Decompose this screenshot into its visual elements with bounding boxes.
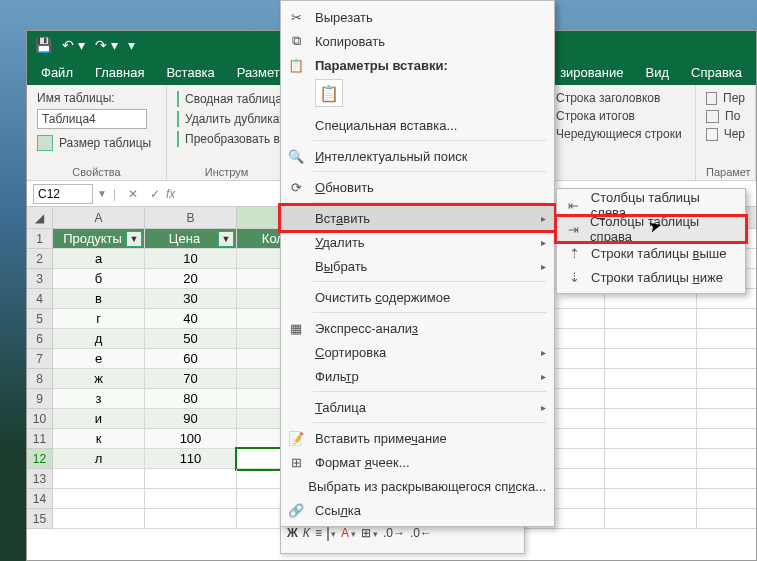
paste-option-default[interactable]: 📋 [315,79,343,107]
data-cell[interactable]: к [53,429,145,449]
data-cell[interactable]: 80 [145,389,237,409]
row-header-3[interactable]: 3 [27,269,53,289]
ctx-paste-special[interactable]: Специальная вставка... [281,113,554,137]
filter-dropdown-icon[interactable]: ▼ [218,231,234,247]
ctx-copy[interactable]: ⧉Копировать [281,29,554,53]
empty-cell[interactable] [145,509,237,529]
sub-rows-above[interactable]: ⇡Строки таблицы выше [557,241,745,265]
empty-cell[interactable] [53,469,145,489]
empty-cell[interactable] [697,349,756,369]
ctx-clear[interactable]: Очистить содержимое [281,285,554,309]
ctx-link[interactable]: 🔗Ссылка [281,498,554,522]
save-icon[interactable]: 💾 [35,37,52,53]
row-header-12[interactable]: 12 [27,449,53,469]
tab-review-cut[interactable]: зирование [560,65,623,80]
empty-cell[interactable] [605,489,697,509]
data-cell[interactable]: в [53,289,145,309]
empty-cell[interactable] [53,509,145,529]
empty-cell[interactable] [605,309,697,329]
tab-file[interactable]: Файл [41,65,73,80]
th-price[interactable]: Цена▼ [145,229,237,249]
mini-borders[interactable]: ⊞ [361,526,378,540]
col-header-A[interactable]: A [53,207,145,229]
row-header-2[interactable]: 2 [27,249,53,269]
ctx-pick-from-list[interactable]: Выбрать из раскрывающегося списка... [281,474,554,498]
empty-cell[interactable] [697,489,756,509]
empty-cell[interactable] [697,329,756,349]
data-cell[interactable]: и [53,409,145,429]
empty-cell[interactable] [697,509,756,529]
ctx-quick-analysis[interactable]: ▦Экспресс-анализ [281,316,554,340]
empty-cell[interactable] [697,389,756,409]
qat-more-icon[interactable]: ▾ [128,37,135,53]
data-cell[interactable]: г [53,309,145,329]
redo-icon[interactable]: ↷ ▾ [95,37,118,53]
mini-dec-dec[interactable]: .0← [410,526,432,540]
filter-dropdown-icon[interactable]: ▼ [126,231,142,247]
col-header-B[interactable]: B [145,207,237,229]
empty-cell[interactable] [145,469,237,489]
header-row-check[interactable]: ✓Строка заголовков [537,91,685,105]
row-header-14[interactable]: 14 [27,489,53,509]
data-cell[interactable]: з [53,389,145,409]
first-col-check[interactable]: Пер [706,91,745,105]
data-cell[interactable]: д [53,329,145,349]
tab-help[interactable]: Справка [691,65,742,80]
ctx-format-cells[interactable]: ⊞Формат ячеек... [281,450,554,474]
empty-cell[interactable] [697,409,756,429]
tab-layout-cut[interactable]: Размет [237,65,280,80]
empty-cell[interactable] [605,469,697,489]
row-header-6[interactable]: 6 [27,329,53,349]
ctx-table[interactable]: Таблица [281,395,554,419]
mini-bold[interactable]: Ж [287,526,298,540]
row-header-5[interactable]: 5 [27,309,53,329]
data-cell[interactable]: а [53,249,145,269]
ctx-comment[interactable]: 📝Вставить примечание [281,426,554,450]
mini-font-color[interactable]: A [341,526,356,540]
empty-cell[interactable] [697,429,756,449]
row-header-7[interactable]: 7 [27,349,53,369]
empty-cell[interactable] [53,489,145,509]
resize-table-button[interactable]: Размер таблицы [37,135,156,151]
data-cell[interactable]: е [53,349,145,369]
data-cell[interactable]: 10 [145,249,237,269]
banded-rows-check[interactable]: ✓Чередующиеся строки [537,127,685,141]
data-cell[interactable]: 50 [145,329,237,349]
empty-cell[interactable] [605,389,697,409]
mini-dec-inc[interactable]: .0→ [383,526,405,540]
empty-cell[interactable] [605,369,697,389]
dedupe-button[interactable]: Удалить дубликаты [177,111,276,127]
empty-cell[interactable] [697,369,756,389]
row-header-4[interactable]: 4 [27,289,53,309]
name-box-dropdown-icon[interactable]: ▼ [97,188,107,199]
empty-cell[interactable] [605,429,697,449]
ctx-sort[interactable]: Сортировка [281,340,554,364]
tab-home[interactable]: Главная [95,65,144,80]
banded-cols-check[interactable]: Чер [706,127,745,141]
data-cell[interactable]: 100 [145,429,237,449]
data-cell[interactable]: 70 [145,369,237,389]
ctx-cut[interactable]: ✂Вырезать [281,5,554,29]
data-cell[interactable]: 60 [145,349,237,369]
empty-cell[interactable] [605,409,697,429]
ctx-select[interactable]: Выбрать [281,254,554,278]
pivot-button[interactable]: Сводная таблица [177,91,276,107]
ctx-filter[interactable]: Фильтр [281,364,554,388]
th-product[interactable]: Продукты▼ [53,229,145,249]
last-col-check[interactable]: По [706,109,745,123]
ctx-smart-lookup[interactable]: 🔍Интеллектуальный поиск [281,144,554,168]
total-row-check[interactable]: Строка итогов [537,109,685,123]
row-header-8[interactable]: 8 [27,369,53,389]
mini-fill[interactable] [327,526,336,540]
data-cell[interactable]: 20 [145,269,237,289]
tab-insert[interactable]: Вставка [166,65,214,80]
tablename-input[interactable]: Таблица4 [37,109,147,129]
accept-formula-icon[interactable]: ✓ [144,187,166,201]
row-header-11[interactable]: 11 [27,429,53,449]
data-cell[interactable]: ж [53,369,145,389]
mini-align[interactable]: ≡ [315,526,322,540]
row-header-13[interactable]: 13 [27,469,53,489]
fx-icon[interactable]: fx [166,187,175,201]
empty-cell[interactable] [697,469,756,489]
data-cell[interactable]: б [53,269,145,289]
